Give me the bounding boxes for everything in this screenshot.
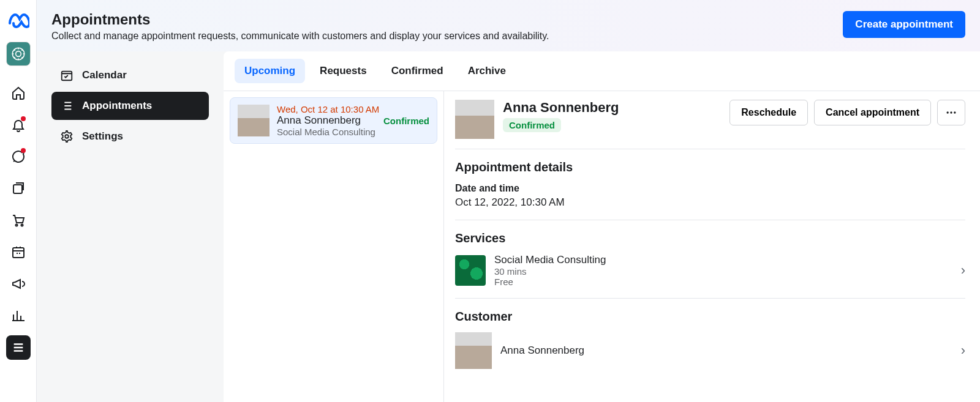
page-header: Appointments Collect and manage appointm… — [37, 0, 980, 51]
status-badge: Confirmed — [383, 116, 429, 126]
customer-name: Anna Sonnenberg — [503, 100, 721, 116]
svg-rect-5 — [13, 248, 24, 258]
sidenav-label: Calendar — [82, 69, 127, 81]
customer-thumbnail — [238, 105, 270, 136]
list-icon — [60, 99, 74, 113]
date-time-value: Oct 12, 2022, 10:30 AM — [455, 196, 965, 209]
sidenav-calendar[interactable]: Calendar — [51, 61, 209, 89]
svg-point-3 — [15, 225, 17, 226]
gear-icon — [60, 130, 74, 143]
service-row[interactable]: Social Media Consulting 30 mins Free › — [455, 254, 965, 287]
create-appointment-button[interactable]: Create appointment — [843, 11, 965, 38]
service-price: Free — [494, 277, 952, 287]
customer-row[interactable]: Anna Sonnenberg › — [455, 332, 965, 369]
notification-dot — [21, 148, 26, 153]
tab-confirmed[interactable]: Confirmed — [382, 59, 453, 83]
service-thumbnail — [455, 255, 486, 286]
cancel-appointment-button[interactable]: Cancel appointment — [814, 100, 931, 125]
svg-point-10 — [954, 111, 956, 113]
dots-icon — [945, 106, 957, 119]
sidenav-appointments[interactable]: Appointments — [51, 92, 209, 120]
appointment-list: Wed, Oct 12 at 10:30 AM Anna Sonnenberg … — [224, 91, 444, 402]
page-title: Appointments — [51, 11, 549, 28]
ads-icon[interactable] — [6, 272, 31, 296]
sidenav-label: Appointments — [82, 100, 152, 112]
global-iconbar — [0, 0, 37, 402]
chevron-right-icon: › — [961, 262, 965, 278]
svg-point-4 — [21, 225, 23, 226]
appointment-date: Wed, Oct 12 at 10:30 AM — [277, 104, 383, 114]
chevron-right-icon: › — [961, 343, 965, 359]
customer-thumbnail-large — [455, 100, 494, 139]
notification-dot — [21, 116, 26, 121]
tab-requests[interactable]: Requests — [310, 59, 377, 83]
service-duration: 30 mins — [494, 266, 952, 277]
meta-logo[interactable] — [6, 7, 31, 32]
section-sidenav: Calendar Appointments Settings — [37, 51, 224, 402]
calendar-icon — [60, 69, 74, 82]
svg-point-1 — [15, 51, 21, 57]
page-avatar[interactable] — [6, 42, 31, 66]
sidenav-label: Settings — [82, 130, 123, 143]
section-title-details: Appointment details — [455, 160, 965, 174]
sidenav-settings[interactable]: Settings — [51, 122, 209, 151]
svg-rect-2 — [13, 185, 22, 193]
more-actions-button[interactable] — [937, 100, 965, 125]
reschedule-button[interactable]: Reschedule — [729, 100, 808, 125]
date-time-label: Date and time — [455, 183, 965, 194]
notifications-icon[interactable] — [6, 113, 31, 137]
appointment-service: Social Media Consulting — [277, 127, 383, 137]
section-title-services: Services — [455, 231, 965, 245]
appointment-customer-name: Anna Sonnenberg — [277, 114, 383, 127]
planner-icon[interactable] — [6, 240, 31, 264]
service-name: Social Media Consulting — [494, 254, 952, 266]
tab-archive[interactable]: Archive — [458, 59, 516, 83]
home-icon[interactable] — [6, 81, 31, 105]
commerce-icon[interactable] — [6, 208, 31, 233]
messages-icon[interactable] — [6, 144, 31, 169]
section-title-customer: Customer — [455, 310, 965, 324]
svg-point-8 — [947, 111, 949, 113]
all-tools-icon[interactable] — [6, 335, 31, 360]
customer-thumbnail — [455, 332, 492, 369]
svg-point-7 — [65, 135, 69, 138]
status-pill: Confirmed — [503, 118, 561, 132]
tab-upcoming[interactable]: Upcoming — [235, 59, 305, 83]
customer-name: Anna Sonnenberg — [500, 344, 952, 357]
page-subtitle: Collect and manage appointment requests,… — [51, 31, 549, 42]
appointment-list-item[interactable]: Wed, Oct 12 at 10:30 AM Anna Sonnenberg … — [230, 97, 437, 144]
svg-point-9 — [950, 111, 952, 113]
appointment-detail: Anna Sonnenberg Confirmed Reschedule Can… — [444, 91, 980, 402]
posts-icon[interactable] — [6, 176, 31, 201]
insights-icon[interactable] — [6, 303, 31, 328]
tabs: Upcoming Requests Confirmed Archive — [224, 51, 980, 91]
